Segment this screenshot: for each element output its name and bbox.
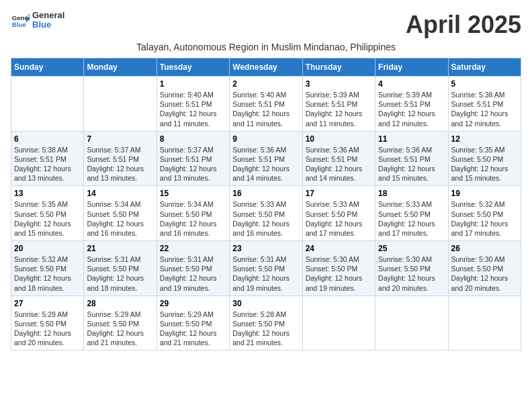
day-info: Sunrise: 5:34 AM Sunset: 5:50 PM Dayligh… bbox=[160, 199, 226, 238]
day-number: 26 bbox=[451, 244, 518, 253]
calendar-week-row: 13Sunrise: 5:35 AM Sunset: 5:50 PM Dayli… bbox=[11, 186, 521, 241]
day-number: 20 bbox=[14, 244, 81, 253]
day-info: Sunrise: 5:30 AM Sunset: 5:50 PM Dayligh… bbox=[306, 255, 372, 293]
day-number: 7 bbox=[87, 134, 153, 144]
day-number: 25 bbox=[378, 244, 445, 253]
day-number: 28 bbox=[87, 299, 153, 308]
day-info: Sunrise: 5:32 AM Sunset: 5:50 PM Dayligh… bbox=[451, 199, 518, 238]
logo-general: General bbox=[32, 11, 64, 20]
day-info: Sunrise: 5:28 AM Sunset: 5:50 PM Dayligh… bbox=[232, 310, 299, 348]
logo-blue: Blue bbox=[32, 20, 64, 30]
day-number: 11 bbox=[378, 134, 445, 144]
day-number: 21 bbox=[87, 244, 153, 253]
calendar-cell: 1Sunrise: 5:40 AM Sunset: 5:51 PM Daylig… bbox=[157, 77, 229, 132]
calendar-week-row: 27Sunrise: 5:29 AM Sunset: 5:50 PM Dayli… bbox=[11, 295, 521, 351]
day-info: Sunrise: 5:31 AM Sunset: 5:50 PM Dayligh… bbox=[232, 255, 299, 293]
day-number: 3 bbox=[306, 79, 372, 89]
day-number: 8 bbox=[160, 134, 226, 144]
day-info: Sunrise: 5:32 AM Sunset: 5:50 PM Dayligh… bbox=[14, 255, 81, 293]
weekday-header-tuesday: Tuesday bbox=[157, 58, 229, 77]
day-number: 29 bbox=[160, 299, 226, 308]
day-info: Sunrise: 5:40 AM Sunset: 5:51 PM Dayligh… bbox=[232, 90, 299, 128]
calendar-week-row: 20Sunrise: 5:32 AM Sunset: 5:50 PM Dayli… bbox=[11, 241, 521, 296]
day-info: Sunrise: 5:40 AM Sunset: 5:51 PM Dayligh… bbox=[160, 90, 226, 128]
calendar-cell: 11Sunrise: 5:36 AM Sunset: 5:51 PM Dayli… bbox=[375, 131, 448, 186]
calendar-cell: 23Sunrise: 5:31 AM Sunset: 5:50 PM Dayli… bbox=[230, 241, 302, 296]
day-number: 6 bbox=[14, 134, 81, 144]
day-number: 4 bbox=[378, 79, 445, 89]
weekday-header-wednesday: Wednesday bbox=[230, 58, 302, 77]
calendar-week-row: 6Sunrise: 5:38 AM Sunset: 5:51 PM Daylig… bbox=[11, 131, 521, 186]
page-header: General Blue General Blue April 2025 bbox=[11, 11, 521, 39]
day-number: 27 bbox=[14, 299, 81, 308]
day-info: Sunrise: 5:31 AM Sunset: 5:50 PM Dayligh… bbox=[87, 255, 153, 293]
day-number: 24 bbox=[306, 244, 372, 253]
calendar-cell: 14Sunrise: 5:34 AM Sunset: 5:50 PM Dayli… bbox=[84, 186, 157, 241]
calendar-cell: 7Sunrise: 5:37 AM Sunset: 5:51 PM Daylig… bbox=[84, 131, 157, 186]
day-number: 23 bbox=[232, 244, 299, 253]
logo: General Blue General Blue bbox=[11, 11, 64, 30]
day-info: Sunrise: 5:29 AM Sunset: 5:50 PM Dayligh… bbox=[160, 310, 226, 348]
calendar-cell: 17Sunrise: 5:33 AM Sunset: 5:50 PM Dayli… bbox=[302, 186, 375, 241]
weekday-header-sunday: Sunday bbox=[11, 58, 84, 77]
calendar-cell: 28Sunrise: 5:29 AM Sunset: 5:50 PM Dayli… bbox=[84, 295, 157, 351]
day-info: Sunrise: 5:34 AM Sunset: 5:50 PM Dayligh… bbox=[87, 199, 153, 238]
day-number: 13 bbox=[14, 189, 81, 198]
day-info: Sunrise: 5:36 AM Sunset: 5:51 PM Dayligh… bbox=[232, 145, 299, 183]
calendar-cell: 3Sunrise: 5:39 AM Sunset: 5:51 PM Daylig… bbox=[302, 77, 375, 132]
day-info: Sunrise: 5:33 AM Sunset: 5:50 PM Dayligh… bbox=[232, 199, 299, 238]
day-info: Sunrise: 5:39 AM Sunset: 5:51 PM Dayligh… bbox=[378, 90, 445, 128]
day-info: Sunrise: 5:31 AM Sunset: 5:50 PM Dayligh… bbox=[160, 255, 226, 293]
calendar-cell: 27Sunrise: 5:29 AM Sunset: 5:50 PM Dayli… bbox=[11, 295, 84, 351]
day-number: 30 bbox=[232, 299, 299, 308]
day-info: Sunrise: 5:30 AM Sunset: 5:50 PM Dayligh… bbox=[378, 255, 445, 293]
day-info: Sunrise: 5:30 AM Sunset: 5:50 PM Dayligh… bbox=[451, 255, 518, 293]
calendar-cell: 22Sunrise: 5:31 AM Sunset: 5:50 PM Dayli… bbox=[157, 241, 229, 296]
day-info: Sunrise: 5:37 AM Sunset: 5:51 PM Dayligh… bbox=[160, 145, 226, 183]
day-info: Sunrise: 5:29 AM Sunset: 5:50 PM Dayligh… bbox=[87, 310, 153, 348]
svg-text:Blue: Blue bbox=[12, 21, 26, 28]
day-number: 9 bbox=[232, 134, 299, 144]
day-number: 5 bbox=[451, 79, 518, 89]
weekday-header-saturday: Saturday bbox=[448, 58, 521, 77]
day-info: Sunrise: 5:33 AM Sunset: 5:50 PM Dayligh… bbox=[306, 199, 372, 238]
day-number: 14 bbox=[87, 189, 153, 198]
day-info: Sunrise: 5:29 AM Sunset: 5:50 PM Dayligh… bbox=[14, 310, 81, 348]
day-info: Sunrise: 5:37 AM Sunset: 5:51 PM Dayligh… bbox=[87, 145, 153, 183]
calendar-week-row: 1Sunrise: 5:40 AM Sunset: 5:51 PM Daylig… bbox=[11, 77, 521, 132]
calendar-cell bbox=[84, 77, 157, 132]
calendar-cell: 8Sunrise: 5:37 AM Sunset: 5:51 PM Daylig… bbox=[157, 131, 229, 186]
calendar-cell: 6Sunrise: 5:38 AM Sunset: 5:51 PM Daylig… bbox=[11, 131, 84, 186]
day-number: 12 bbox=[451, 134, 518, 144]
calendar-cell: 2Sunrise: 5:40 AM Sunset: 5:51 PM Daylig… bbox=[230, 77, 302, 132]
day-info: Sunrise: 5:39 AM Sunset: 5:51 PM Dayligh… bbox=[306, 90, 372, 128]
day-info: Sunrise: 5:38 AM Sunset: 5:51 PM Dayligh… bbox=[451, 90, 518, 128]
calendar-cell: 19Sunrise: 5:32 AM Sunset: 5:50 PM Dayli… bbox=[448, 186, 521, 241]
calendar-cell: 30Sunrise: 5:28 AM Sunset: 5:50 PM Dayli… bbox=[230, 295, 302, 351]
day-number: 10 bbox=[306, 134, 372, 144]
calendar-cell bbox=[11, 77, 84, 132]
calendar-cell: 29Sunrise: 5:29 AM Sunset: 5:50 PM Dayli… bbox=[157, 295, 229, 351]
day-info: Sunrise: 5:35 AM Sunset: 5:50 PM Dayligh… bbox=[14, 199, 81, 238]
weekday-header-thursday: Thursday bbox=[302, 58, 375, 77]
day-number: 19 bbox=[451, 189, 518, 198]
day-info: Sunrise: 5:35 AM Sunset: 5:50 PM Dayligh… bbox=[451, 145, 518, 183]
day-info: Sunrise: 5:33 AM Sunset: 5:50 PM Dayligh… bbox=[378, 199, 445, 238]
weekday-header-row: SundayMondayTuesdayWednesdayThursdayFrid… bbox=[11, 58, 521, 77]
weekday-header-friday: Friday bbox=[375, 58, 448, 77]
calendar-cell: 25Sunrise: 5:30 AM Sunset: 5:50 PM Dayli… bbox=[375, 241, 448, 296]
calendar-cell: 10Sunrise: 5:36 AM Sunset: 5:51 PM Dayli… bbox=[302, 131, 375, 186]
page-subtitle: Talayan, Autonomous Region in Muslim Min… bbox=[11, 42, 521, 52]
day-info: Sunrise: 5:36 AM Sunset: 5:51 PM Dayligh… bbox=[378, 145, 445, 183]
calendar-cell: 21Sunrise: 5:31 AM Sunset: 5:50 PM Dayli… bbox=[84, 241, 157, 296]
day-number: 16 bbox=[232, 189, 299, 198]
calendar-cell bbox=[375, 295, 448, 351]
calendar-cell bbox=[302, 295, 375, 351]
day-number: 17 bbox=[306, 189, 372, 198]
day-number: 2 bbox=[232, 79, 299, 89]
calendar-cell: 12Sunrise: 5:35 AM Sunset: 5:50 PM Dayli… bbox=[448, 131, 521, 186]
calendar-cell: 9Sunrise: 5:36 AM Sunset: 5:51 PM Daylig… bbox=[230, 131, 302, 186]
calendar-body: 1Sunrise: 5:40 AM Sunset: 5:51 PM Daylig… bbox=[11, 77, 521, 351]
month-title: April 2025 bbox=[406, 11, 521, 39]
day-number: 22 bbox=[160, 244, 226, 253]
